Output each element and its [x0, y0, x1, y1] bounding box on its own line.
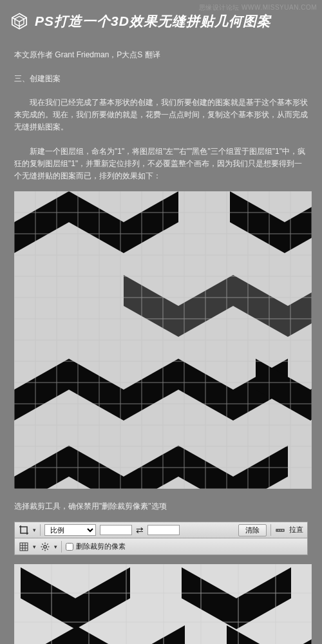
svg-line-63	[42, 549, 43, 549]
chevron-down-icon[interactable]: ▾	[54, 542, 57, 551]
toolbar-row-2: ▾ ▾ 删除裁剪的像素	[14, 538, 308, 555]
logo-icon	[10, 12, 28, 30]
svg-line-61	[42, 544, 43, 544]
chevron-down-icon[interactable]: ▾	[33, 526, 36, 535]
overlay-grid-icon[interactable]	[19, 542, 29, 552]
separator	[270, 524, 271, 536]
section-heading: 三、创建图案	[14, 73, 308, 85]
height-input[interactable]	[147, 525, 180, 535]
crop-toolbar: ▾ 比例 ⇄ 清除 拉直 ▾ ▾	[14, 522, 308, 555]
delete-pixels-checkbox[interactable]: 删除裁剪的像素	[66, 541, 126, 553]
gear-icon[interactable]	[40, 542, 50, 552]
figure-pattern-1	[14, 191, 312, 489]
clear-button[interactable]: 清除	[238, 524, 267, 536]
svg-rect-51	[20, 543, 28, 551]
svg-line-62	[47, 549, 48, 549]
separator	[40, 524, 41, 536]
chevron-down-icon[interactable]: ▾	[33, 542, 36, 551]
swap-icon[interactable]: ⇄	[136, 523, 144, 537]
delete-pixels-label: 删除裁剪的像素	[76, 541, 126, 553]
author-line: 本文原作者 Grant Friedman，P大点S 翻译	[14, 49, 308, 61]
paragraph-2: 新建一个图层组，命名为"1"，将图层组"左""右""黑色"三个组置于图层组"1"…	[14, 146, 308, 183]
straighten-icon[interactable]	[275, 525, 285, 535]
watermark: 思缘设计论坛 WWW.MISSYUAN.COM	[199, 3, 317, 13]
svg-line-64	[47, 544, 48, 544]
straighten-label: 拉直	[289, 524, 303, 536]
paragraph-1: 现在我们已经完成了基本形状的创建，我们所要创建的图案就是基于这个基本形状来完成的…	[14, 97, 308, 134]
toolbar-row-1: ▾ 比例 ⇄ 清除 拉直	[14, 522, 308, 538]
crop-tool-icon[interactable]	[19, 525, 29, 535]
separator	[61, 541, 62, 553]
figure-pattern-2	[14, 564, 312, 644]
page-title: PS打造一个3D效果无缝拼贴几何图案	[35, 10, 271, 32]
width-input[interactable]	[100, 525, 132, 535]
ratio-select[interactable]: 比例	[44, 524, 96, 536]
caption-crop: 选择裁剪工具，确保禁用"删除裁剪像素"选项	[14, 500, 308, 513]
svg-point-56	[44, 545, 46, 548]
